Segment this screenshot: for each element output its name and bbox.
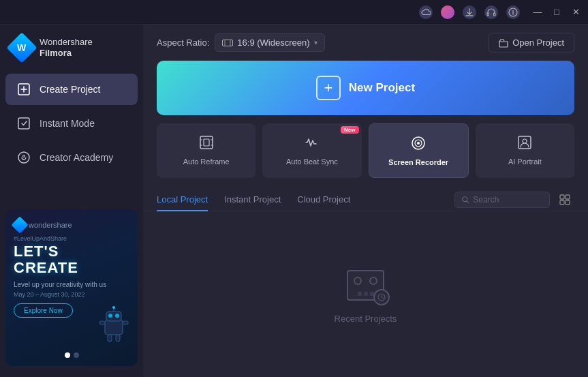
- info-icon[interactable]: [506, 5, 520, 19]
- tabs-left: Local Project Instant Project Cloud Proj…: [157, 189, 350, 211]
- tab-cloud-project[interactable]: Cloud Project: [297, 189, 350, 211]
- banner-date: May 20 – August 30, 2022: [14, 291, 129, 298]
- svg-rect-31: [560, 200, 564, 205]
- chevron-down-icon: ▾: [314, 39, 318, 46]
- banner-dots: [14, 352, 129, 358]
- auto-reframe-icon: [197, 133, 216, 152]
- sidebar-item-instant-mode[interactable]: Instant Mode: [5, 108, 138, 139]
- aspect-ratio-label: Aspect Ratio:: [157, 37, 209, 48]
- sidebar-item-create-project[interactable]: Create Project: [5, 74, 138, 105]
- svg-rect-13: [108, 335, 112, 342]
- clock-badge: [373, 289, 390, 305]
- headphone-icon[interactable]: [484, 5, 498, 19]
- svg-rect-29: [560, 195, 564, 199]
- sidebar-banner: wondershare #LevelUpAndShare Let's Creat…: [5, 209, 138, 366]
- avatar-icon[interactable]: [441, 5, 454, 19]
- svg-point-26: [523, 139, 527, 143]
- feature-card-screen-recorder[interactable]: Screen Recorder: [369, 123, 469, 178]
- open-project-button[interactable]: Open Project: [489, 33, 574, 52]
- svg-rect-4: [18, 118, 29, 129]
- grid-toggle-button[interactable]: [555, 190, 574, 209]
- svg-point-10: [115, 314, 119, 318]
- svg-rect-7: [105, 320, 123, 335]
- explore-now-button[interactable]: Explore Now: [14, 303, 73, 318]
- logo-top: Wondershare: [40, 37, 93, 48]
- new-badge: New: [341, 126, 358, 134]
- download-icon[interactable]: [463, 5, 476, 19]
- maximize-button[interactable]: □: [550, 5, 563, 19]
- tab-instant-project[interactable]: Instant Project: [224, 189, 281, 211]
- feature-card-auto-beat-sync[interactable]: New Auto Beat Sync: [262, 123, 361, 178]
- recent-projects-icon: [342, 265, 390, 305]
- banner-logo-text: wondershare: [29, 221, 72, 229]
- open-project-label: Open Project: [512, 37, 564, 48]
- tab-local-project[interactable]: Local Project: [157, 189, 208, 211]
- empty-state: Recent Projects: [143, 211, 588, 377]
- svg-point-24: [417, 142, 420, 145]
- recent-projects-label: Recent Projects: [335, 314, 397, 324]
- ai-portrait-icon: [515, 133, 534, 152]
- content-area: Aspect Ratio: 16:9 (Widescreen) ▾ Open: [143, 25, 588, 377]
- new-project-label: New Project: [349, 81, 415, 95]
- sidebar-item-creator-academy[interactable]: Creator Academy: [5, 142, 138, 173]
- search-icon: [462, 196, 469, 204]
- svg-rect-30: [566, 195, 570, 199]
- project-tabs: Local Project Instant Project Cloud Proj…: [143, 189, 588, 211]
- ai-portrait-label: AI Portrait: [508, 157, 542, 166]
- svg-rect-21: [204, 139, 209, 146]
- banner-subtitle: Level up your creativity with us: [14, 280, 129, 290]
- creator-academy-icon: [16, 150, 31, 165]
- new-project-icon: +: [316, 76, 341, 100]
- svg-point-9: [108, 314, 112, 318]
- logo-area: W Wondershare Filmora: [0, 30, 143, 72]
- svg-rect-17: [223, 40, 233, 46]
- sidebar-item-label-create: Create Project: [40, 84, 100, 95]
- svg-point-6: [23, 155, 25, 157]
- banner-robot-illustration: [97, 305, 131, 346]
- banner-dot-2[interactable]: [74, 352, 79, 358]
- banner-logo-icon: [11, 216, 28, 233]
- sidebar-item-label-instant: Instant Mode: [40, 118, 95, 129]
- screen-recorder-icon: [409, 134, 428, 153]
- feature-cards: Auto Reframe New Auto Beat Sync: [143, 123, 588, 178]
- svg-rect-15: [99, 321, 105, 325]
- tabs-right: [454, 190, 574, 209]
- logo-text: Wondershare Filmora: [40, 37, 93, 58]
- cloud-icon[interactable]: [419, 5, 433, 19]
- banner-title-part1: Let's: [14, 243, 59, 260]
- auto-reframe-label: Auto Reframe: [183, 157, 230, 166]
- logo-bottom: Filmora: [40, 48, 93, 59]
- banner-logo: wondershare: [14, 219, 129, 231]
- instant-mode-icon: [16, 116, 31, 131]
- search-box[interactable]: [454, 192, 550, 208]
- new-project-plus: +: [324, 80, 332, 95]
- logo-icon: W: [6, 32, 37, 63]
- sidebar: W Wondershare Filmora Create Project: [0, 25, 143, 377]
- banner-title-part2: Create: [14, 259, 78, 276]
- window-controls: — □ ✕: [531, 5, 583, 19]
- banner-title: Let's Create: [14, 243, 129, 276]
- svg-rect-14: [116, 335, 120, 342]
- auto-beat-sync-icon: [303, 133, 322, 152]
- close-button[interactable]: ✕: [569, 5, 583, 19]
- sidebar-item-label-academy: Creator Academy: [40, 152, 113, 163]
- svg-rect-20: [200, 136, 213, 149]
- svg-line-28: [467, 201, 468, 202]
- title-bar: — □ ✕: [0, 0, 588, 25]
- svg-rect-16: [123, 321, 128, 325]
- feature-card-ai-portrait[interactable]: AI Portrait: [476, 123, 574, 178]
- logo-inner: W: [17, 42, 26, 53]
- search-input[interactable]: [473, 195, 542, 205]
- new-project-card[interactable]: + New Project: [157, 61, 574, 115]
- banner-hashtag: #LevelUpAndShare: [14, 235, 129, 242]
- banner-dot-1[interactable]: [65, 352, 70, 358]
- aspect-dropdown[interactable]: 16:9 (Widescreen) ▾: [215, 33, 324, 52]
- feature-card-auto-reframe[interactable]: Auto Reframe: [157, 123, 256, 178]
- aspect-ratio-selector: Aspect Ratio: 16:9 (Widescreen) ▾: [157, 33, 325, 52]
- svg-point-27: [463, 197, 467, 202]
- svg-rect-32: [566, 200, 570, 205]
- top-bar: Aspect Ratio: 16:9 (Widescreen) ▾ Open: [143, 25, 588, 61]
- minimize-button[interactable]: —: [531, 5, 544, 19]
- svg-point-12: [112, 306, 115, 309]
- auto-beat-sync-label: Auto Beat Sync: [286, 157, 338, 166]
